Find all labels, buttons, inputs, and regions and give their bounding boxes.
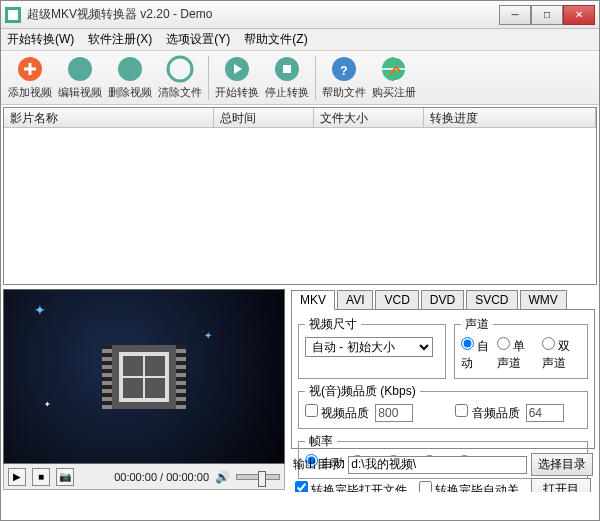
column-progress[interactable]: 转换进度 (424, 108, 596, 127)
auto-shutdown-check[interactable]: 转换完毕自动关机 (419, 481, 526, 493)
video-quality-check[interactable]: 视频品质 (305, 404, 369, 422)
volume-slider[interactable] (236, 474, 280, 480)
delete-icon (116, 55, 144, 83)
help-doc-button[interactable]: ? 帮助文件 (319, 53, 369, 103)
audio-quality-value (526, 404, 564, 422)
channel-stereo-radio[interactable]: 双声道 (542, 337, 581, 372)
svg-rect-8 (283, 65, 291, 73)
tab-dvd[interactable]: DVD (421, 290, 464, 310)
help-icon: ? (330, 55, 358, 83)
open-folder-check[interactable]: 转换完毕打开文件夹 (295, 481, 413, 493)
channel-auto-radio[interactable]: 自动 (461, 337, 491, 372)
video-size-select[interactable]: 自动 - 初始大小 (305, 337, 433, 357)
close-button[interactable]: ✕ (563, 5, 595, 25)
window-title: 超级MKV视频转换器 v2.20 - Demo (27, 6, 499, 23)
tab-mkv[interactable]: MKV (291, 290, 335, 310)
channel-mono-radio[interactable]: 单声道 (497, 337, 536, 372)
clear-icon (166, 55, 194, 83)
stop-convert-button[interactable]: 停止转换 (262, 53, 312, 103)
audio-quality-check[interactable]: 音频品质 (455, 404, 519, 422)
maximize-button[interactable]: □ (531, 5, 563, 25)
output-dir-label: 输出目录: (293, 456, 344, 473)
edit-icon (66, 55, 94, 83)
add-video-button[interactable]: 添加视频 (5, 53, 55, 103)
sparkle-icon: ✦ (34, 302, 46, 318)
play-icon (223, 55, 251, 83)
svg-text:?: ? (340, 64, 347, 78)
film-icon (102, 345, 186, 409)
sparkle-icon: ✦ (204, 330, 212, 341)
menu-help[interactable]: 帮助文件(Z) (244, 31, 307, 48)
menu-options[interactable]: 选项设置(Y) (166, 31, 230, 48)
snapshot-button[interactable]: 📷 (56, 468, 74, 486)
svg-point-4 (118, 57, 142, 81)
video-preview: ✦ ✦ ✦ (3, 289, 285, 464)
delete-video-button[interactable]: 删除视频 (105, 53, 155, 103)
audio-channel-legend: 声道 (461, 316, 493, 333)
toolbar-separator (315, 56, 316, 100)
globe-icon (380, 55, 408, 83)
svg-point-3 (68, 57, 92, 81)
play-button[interactable]: ▶ (8, 468, 26, 486)
clear-files-button[interactable]: 清除文件 (155, 53, 205, 103)
tab-svcd[interactable]: SVCD (466, 290, 517, 310)
open-dir-button[interactable]: 打开目录 (531, 478, 591, 492)
stop-icon (273, 55, 301, 83)
tab-avi[interactable]: AVI (337, 290, 373, 310)
add-icon (16, 55, 44, 83)
column-size[interactable]: 文件大小 (314, 108, 424, 127)
quality-legend: 视(音)频品质 (Kbps) (305, 383, 420, 400)
stop-button[interactable]: ■ (32, 468, 50, 486)
file-list[interactable]: 影片名称 总时间 文件大小 转换进度 (3, 107, 597, 285)
tab-wmv[interactable]: WMV (520, 290, 567, 310)
browse-dir-button[interactable]: 选择目录 (531, 453, 593, 476)
output-dir-input[interactable] (348, 456, 527, 474)
sparkle-icon: ✦ (44, 400, 51, 409)
toolbar-separator (208, 56, 209, 100)
app-icon (5, 7, 21, 23)
column-duration[interactable]: 总时间 (214, 108, 314, 127)
edit-video-button[interactable]: 编辑视频 (55, 53, 105, 103)
video-quality-value (375, 404, 413, 422)
video-size-legend: 视频尺寸 (305, 316, 361, 333)
svg-point-5 (168, 57, 192, 81)
tab-vcd[interactable]: VCD (375, 290, 418, 310)
menu-register[interactable]: 软件注册(X) (88, 31, 152, 48)
column-name[interactable]: 影片名称 (4, 108, 214, 127)
volume-icon: 🔊 (215, 470, 230, 484)
fps-legend: 帧率 (305, 433, 337, 450)
buy-register-button[interactable]: 购买注册 (369, 53, 419, 103)
time-display: 00:00:00 / 00:00:00 (114, 471, 209, 483)
svg-rect-1 (8, 10, 18, 20)
minimize-button[interactable]: ─ (499, 5, 531, 25)
start-convert-button[interactable]: 开始转换 (212, 53, 262, 103)
menu-start[interactable]: 开始转换(W) (7, 31, 74, 48)
